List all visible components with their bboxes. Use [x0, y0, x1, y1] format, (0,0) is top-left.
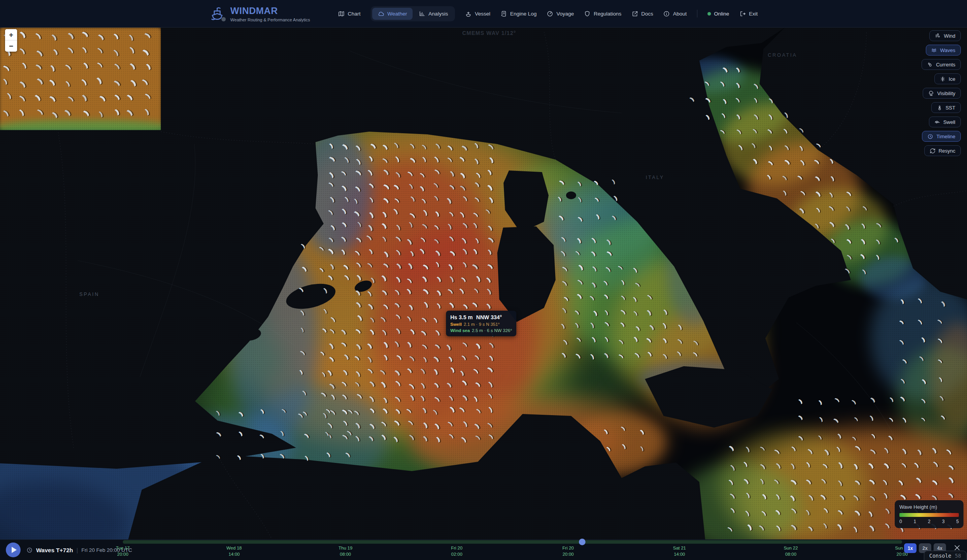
wave-glyph: )) — [368, 396, 373, 403]
wave-glyph: )) — [875, 239, 880, 245]
wave-glyph: )) — [561, 267, 567, 272]
cloud-icon — [378, 10, 384, 17]
wave-glyph: ))) — [380, 435, 385, 441]
wave-glyph: )) — [737, 145, 742, 151]
wave-glyph: ))) — [422, 436, 427, 443]
wave-glyph: )) — [472, 369, 478, 375]
wave-glyph: )) — [326, 433, 331, 439]
wave-glyph: ))) — [485, 303, 490, 310]
nav-engine-log[interactable]: Engine Log — [500, 10, 537, 17]
layer-button-swell[interactable]: Swell — [929, 117, 961, 127]
wave-glyph: )) — [561, 281, 567, 287]
wave-glyph: ))) — [382, 144, 387, 151]
wave-glyph: )) — [751, 143, 755, 149]
wave-glyph: ))) — [487, 249, 491, 256]
status-dot — [221, 17, 226, 21]
wave-glyph: )) — [591, 266, 596, 273]
wave-glyph: )) — [80, 79, 86, 87]
layer-button-waves[interactable]: Waves — [926, 45, 961, 56]
zoom-out-button[interactable]: − — [5, 40, 17, 52]
wave-glyph: )) — [632, 268, 637, 274]
wave-glyph: )) — [325, 409, 330, 414]
wave-glyph: ))) — [869, 398, 875, 404]
wave-glyph: ))) — [449, 170, 453, 177]
wave-glyph: ))) — [66, 32, 73, 40]
wave-glyph: ))) — [382, 397, 387, 404]
weather-map[interactable]: ))))))))))))))))))))))))))))))))))))))))… — [0, 28, 967, 539]
wave-glyph: ))) — [327, 249, 333, 255]
nav-about[interactable]: About — [663, 10, 686, 17]
layer-button-resync[interactable]: Resync — [924, 145, 961, 156]
wave-glyph: )) — [420, 383, 424, 390]
wave-glyph: )) — [870, 434, 875, 439]
nav-analysis[interactable]: Analysis — [413, 8, 453, 20]
wave-glyph: )) — [342, 421, 347, 427]
timeline-scrubber: Tue 1720:00 Wed 1814:00 Thu 1908:00 Fri … — [123, 540, 902, 560]
nav-exit[interactable]: Exit — [739, 10, 758, 17]
play-button[interactable] — [6, 543, 21, 557]
zoom-in-button[interactable]: + — [5, 29, 17, 40]
wave-glyph: ))) — [577, 217, 582, 223]
wave-glyph: )) — [898, 340, 903, 346]
wave-glyph: )) — [144, 94, 150, 100]
wave-glyph: ))) — [646, 310, 651, 317]
nav-voyage[interactable]: Voyage — [547, 10, 574, 17]
speed-1x-button[interactable]: 1x — [904, 543, 916, 553]
wave-glyph: )) — [64, 81, 69, 88]
wave-glyph: )) — [354, 251, 359, 257]
wave-glyph: ))) — [838, 495, 844, 501]
layer-button-sst[interactable]: SST — [931, 102, 961, 113]
wave-glyph: )) — [937, 339, 942, 344]
wave-glyph: )) — [932, 462, 937, 468]
wave-glyph: )) — [382, 304, 387, 310]
nav-regulations[interactable]: Regulations — [584, 10, 621, 17]
wave-glyph: )) — [620, 296, 625, 301]
wave-glyph: )) — [676, 351, 681, 357]
wave-glyph: ))) — [409, 250, 413, 257]
layer-button-ice[interactable]: Ice — [934, 73, 961, 84]
wave-glyph: ))) — [433, 423, 439, 430]
layer-button-wind[interactable]: Wind — [929, 30, 961, 41]
layer-button-currents[interactable]: Currents — [922, 59, 961, 70]
wave-glyph: ))) — [605, 239, 610, 246]
nav-weather[interactable]: Weather — [372, 8, 413, 20]
nav-vessel[interactable]: Vessel — [465, 10, 490, 17]
wave-glyph: )) — [575, 251, 579, 256]
wave-glyph: ))) — [931, 447, 936, 454]
wave-glyph: )) — [406, 316, 410, 322]
scroll-icon — [500, 10, 507, 17]
nav-docs[interactable]: Docs — [632, 10, 653, 17]
bar-chart-icon — [419, 10, 425, 17]
layer-button-timeline[interactable]: Timeline — [922, 131, 961, 142]
wave-glyph: ))) — [341, 410, 347, 416]
wave-glyph: )) — [852, 526, 856, 533]
nav-chart[interactable]: Chart — [338, 10, 361, 17]
wave-glyph: ))) — [814, 176, 819, 182]
wave-glyph: ))) — [448, 251, 455, 257]
wave-glyph: )) — [828, 192, 832, 198]
wave-glyph: )) — [875, 254, 878, 260]
wave-glyph: ))) — [342, 264, 348, 270]
wave-glyph: )) — [486, 288, 490, 296]
wave-glyph: )) — [408, 184, 413, 190]
wave-glyph: )) — [420, 238, 425, 243]
timeline-scrubber-handle[interactable] — [579, 539, 585, 545]
wave-glyph: ))) — [434, 211, 439, 217]
wave-glyph: )) — [487, 393, 492, 400]
wave-glyph: ))) — [356, 315, 362, 322]
wave-glyph: )) — [396, 355, 402, 361]
wave-glyph: ))) — [382, 263, 388, 269]
wave-glyph: )) — [301, 412, 306, 417]
wave-glyph: )) — [324, 432, 328, 437]
wave-glyph: ))) — [595, 214, 599, 220]
wave-glyph: ))) — [125, 110, 132, 117]
wave-glyph: )) — [433, 196, 438, 202]
timeline-track[interactable] — [123, 540, 902, 544]
layer-button-visibility[interactable]: Visibility — [923, 88, 961, 99]
console-badge[interactable]: Console 58 — [924, 551, 967, 560]
wave-glyph: ))) — [368, 212, 373, 219]
wave-glyph: ))) — [485, 277, 490, 284]
wave-glyph: ))) — [237, 412, 243, 417]
wave-glyph: )) — [575, 354, 580, 360]
wave-glyph: ))) — [327, 275, 332, 281]
